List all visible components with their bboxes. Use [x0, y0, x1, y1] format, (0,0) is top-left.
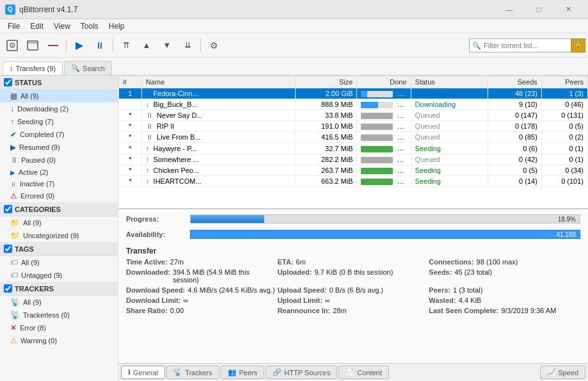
tags-section-header[interactable]: TAGS	[0, 242, 118, 256]
torrent-list[interactable]: # Name Size Done Status Seeds Peers 1 ↓ …	[118, 76, 588, 208]
sidebar-item-warning-trackers[interactable]: ⚠ Warning (0)	[0, 334, 118, 347]
toolbar: ⚙ — ▶ ⏸ ⇈ ▲ ▼ ⇊ ⚙ 🔍 🔒	[0, 33, 588, 58]
cell-peers: 0 (34)	[541, 165, 587, 175]
categories-section-header[interactable]: CATEGORIES	[0, 202, 118, 216]
menu-file[interactable]: File	[3, 20, 25, 32]
tab-transfers[interactable]: ↕ Transfers (9)	[3, 61, 63, 75]
maximize-button[interactable]: □	[524, 0, 553, 19]
field-download-speed: Download Speed: 4.6 MiB/s (244.5 KiB/s a…	[126, 286, 278, 294]
move-down-button[interactable]: ▼	[157, 36, 177, 55]
col-name[interactable]: Name	[142, 76, 296, 88]
tab-trackers[interactable]: 📡 Trackers	[166, 366, 219, 379]
minimize-button[interactable]: —	[495, 0, 524, 19]
table-row[interactable]: * ↑ Chicken Peo... 263.7 MiB 100% Seedin…	[119, 165, 588, 175]
sidebar-item-all-status[interactable]: ▦ All (9)	[0, 90, 118, 102]
reannounce-value: 28m	[333, 307, 346, 314]
table-row[interactable]: * ↑ Somewhere ... 282.2 MiB 100% Queued …	[119, 154, 588, 165]
sidebar-item-resumed[interactable]: ▶ Resumed (9)	[0, 141, 118, 154]
tab-content[interactable]: 📄 Content	[338, 366, 389, 379]
pause-button[interactable]: ⏸	[90, 36, 109, 55]
sidebar-item-all-label: All (9)	[20, 92, 39, 100]
content-tab-icon: 📄	[346, 368, 354, 377]
torrent-table: # Name Size Done Status Seeds Peers 1 ↓ …	[118, 76, 588, 187]
col-peers[interactable]: Peers	[541, 76, 587, 88]
sidebar-item-trackerless[interactable]: 📡 Trackerless (0)	[0, 309, 118, 321]
categories-checkbox[interactable]	[4, 205, 12, 213]
table-row[interactable]: * ⏸ RIP II 191.0 MiB 100% Queued 0 (178)…	[119, 121, 588, 132]
sidebar-item-uncategorized[interactable]: 📁 Uncategorized (9)	[0, 229, 118, 242]
cell-done: 100%	[357, 110, 411, 121]
sidebar-item-completed-label: Completed (7)	[20, 131, 65, 138]
remove-button[interactable]: —	[44, 36, 63, 55]
tab-general[interactable]: ℹ General	[121, 366, 165, 379]
sidebar-item-active[interactable]: ▶ Active (2)	[0, 166, 118, 178]
cell-seeds: 0 (6)	[488, 143, 541, 154]
status-checkbox[interactable]	[4, 78, 12, 86]
eta-label: ETA:	[278, 258, 294, 266]
table-row[interactable]: 1 ↓ Fedora-Cinn... 2.00 GiB 19.2% Downlo…	[119, 88, 588, 99]
sidebar-item-error-trackers[interactable]: ✕ Error (8)	[0, 321, 118, 334]
cell-size: 33.8 MiB	[296, 110, 357, 121]
tab-search[interactable]: 🔍 Search	[64, 61, 112, 75]
move-top-button[interactable]: ⇈	[116, 36, 136, 55]
main-area: STATUS ▦ All (9) ↓ Downloading (2) ↑ See…	[0, 76, 588, 381]
table-row[interactable]: * ⏸ Never Say D... 33.8 MiB 100% Queued …	[119, 110, 588, 121]
sidebar-item-untagged[interactable]: 🏷 Untagged (9)	[0, 269, 118, 282]
table-row[interactable]: * ↑ IHEARTCOM... 663.2 MiB 100% Seeding …	[119, 175, 588, 186]
menu-edit[interactable]: Edit	[25, 20, 49, 32]
sidebar-item-downloading[interactable]: ↓ Downloading (2)	[0, 102, 118, 115]
uploaded-label: Uploaded:	[278, 268, 312, 276]
sidebar-item-completed[interactable]: ✔ Completed (7)	[0, 128, 118, 141]
transfer-section-label: Transfer	[118, 243, 588, 257]
speed-button[interactable]: 📈 Speed	[540, 366, 585, 379]
sidebar-item-all-trackers[interactable]: 📡 All (9)	[0, 296, 118, 309]
progress-text: 18.9%	[558, 216, 576, 223]
share-ratio-label: Share Ratio:	[126, 307, 168, 314]
table-row[interactable]: * ⏸ Live From B... 416.5 MiB 100% Queued…	[119, 132, 588, 143]
move-up-button[interactable]: ▲	[137, 36, 156, 55]
close-button[interactable]: ✕	[553, 0, 583, 19]
menu-view[interactable]: View	[49, 20, 75, 32]
add-link-button[interactable]	[23, 36, 42, 55]
downloaded-value: 394.5 MiB (54.9 MiB this session)	[173, 268, 278, 284]
trackers-checkbox[interactable]	[4, 284, 12, 293]
tab-peers[interactable]: 👥 Peers	[221, 366, 265, 379]
progress-label: Progress:	[126, 215, 190, 223]
tags-section-label: TAGS	[15, 245, 34, 253]
status-section-header[interactable]: STATUS	[0, 76, 118, 90]
sidebar-item-all-tags[interactable]: 🏷 All (9)	[0, 256, 118, 269]
trackers-section-header[interactable]: TRACKERS	[0, 282, 118, 296]
tab-http-sources[interactable]: 🔗 HTTP Sources	[266, 366, 337, 379]
share-ratio-value: 0.00	[170, 307, 184, 314]
col-seeds[interactable]: Seeds	[488, 76, 541, 88]
add-torrent-button[interactable]: ⚙	[3, 36, 22, 55]
sidebar-item-seeding[interactable]: ↑ Seeding (7)	[0, 115, 118, 128]
menu-help[interactable]: Help	[104, 20, 130, 32]
torrent-status-icon: ↑	[146, 156, 150, 163]
col-num[interactable]: #	[119, 76, 142, 88]
filter-input[interactable]	[469, 38, 571, 53]
tags-checkbox[interactable]	[4, 245, 12, 253]
field-time-active: Time Active: 27m	[126, 258, 278, 266]
col-status[interactable]: Status	[411, 76, 488, 88]
table-row[interactable]: * ↑ Haywyre - P... 32.7 MiB 100% Seeding…	[119, 143, 588, 154]
settings-button[interactable]: ⚙	[204, 36, 223, 55]
filter-lock-button[interactable]: 🔒	[571, 38, 585, 53]
col-done[interactable]: Done	[357, 76, 411, 88]
detail-pane-scroll[interactable]: Progress: 18.9% Availability: 41.188 Tra…	[118, 209, 588, 363]
filter-wrap: 🔍	[469, 38, 571, 53]
sidebar-item-errored[interactable]: ⚠ Errored (0)	[0, 190, 118, 202]
sidebar-item-paused[interactable]: ⏸ Paused (0)	[0, 154, 118, 166]
resume-button[interactable]: ▶	[70, 36, 89, 55]
time-active-value: 27m	[170, 258, 184, 266]
col-size[interactable]: Size	[296, 76, 357, 88]
sidebar-item-all-categories[interactable]: 📁 All (9)	[0, 216, 118, 229]
table-row[interactable]: ↓ Big_Buck_B... 888.9 MiB 52.7% Download…	[119, 99, 588, 110]
content-area: # Name Size Done Status Seeds Peers 1 ↓ …	[118, 76, 588, 381]
menu-tools[interactable]: Tools	[75, 20, 104, 32]
sidebar-item-inactive[interactable]: ⏸ Inactive (7)	[0, 178, 118, 190]
field-upload-speed: Upload Speed: 0 B/s (6 B/s avg.)	[278, 286, 429, 294]
move-bottom-button[interactable]: ⇊	[178, 36, 197, 55]
wasted-value: 4.4 KiB	[459, 296, 481, 304]
mini-progress-bar	[361, 157, 393, 163]
